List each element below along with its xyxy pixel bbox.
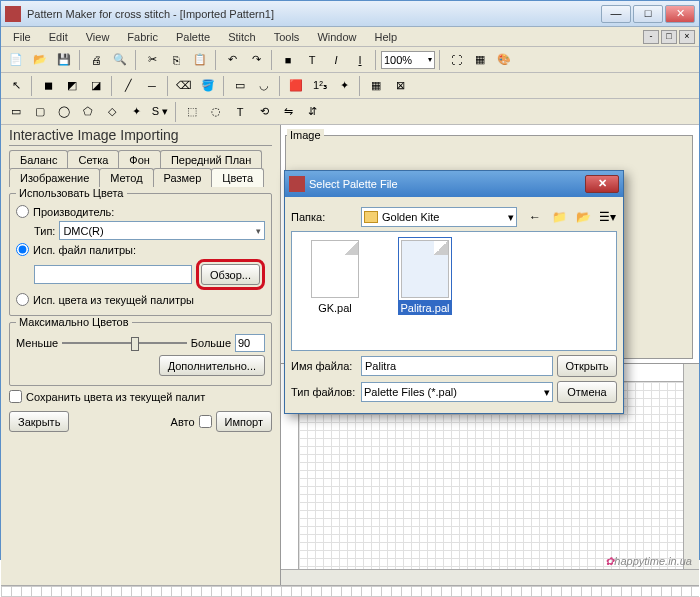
new-folder-icon[interactable]: 📂 xyxy=(573,207,593,227)
max-colors-value[interactable] xyxy=(235,334,265,352)
preview-icon[interactable]: 🔍 xyxy=(109,49,131,71)
radio-manufacturer[interactable]: Производитель: xyxy=(16,205,265,218)
text-icon[interactable]: T xyxy=(229,101,251,123)
pointer-icon[interactable]: ↖ xyxy=(5,75,27,97)
stitch-quarter-icon[interactable]: ◪ xyxy=(85,75,107,97)
folder-combo[interactable]: Golden Kite xyxy=(361,207,517,227)
menu-palette[interactable]: Palette xyxy=(168,29,218,45)
menu-fabric[interactable]: Fabric xyxy=(119,29,166,45)
stitch-half-icon[interactable]: ◩ xyxy=(61,75,83,97)
shape-diamond-icon[interactable]: ◇ xyxy=(101,101,123,123)
type-combo[interactable]: DMC(R) xyxy=(59,221,265,240)
file-item-palitra[interactable]: Palitra.pal xyxy=(390,240,460,342)
sparkle-icon[interactable]: ✦ xyxy=(333,75,355,97)
auto-check[interactable] xyxy=(199,415,212,428)
underline-icon[interactable]: I xyxy=(349,49,371,71)
undo-icon[interactable]: ↶ xyxy=(221,49,243,71)
browse-button[interactable]: Обзор... xyxy=(201,264,260,285)
colors-icon[interactable]: 🟥 xyxy=(285,75,307,97)
tab-foreground[interactable]: Передний План xyxy=(160,150,262,169)
max-colors-slider[interactable] xyxy=(62,334,187,352)
select-rect-icon[interactable]: ▭ xyxy=(229,75,251,97)
mdi-close[interactable]: × xyxy=(679,30,695,44)
stitch-full-icon[interactable]: ◼ xyxy=(37,75,59,97)
tab-image[interactable]: Изображение xyxy=(9,168,100,187)
numbers-icon[interactable]: 1²₃ xyxy=(309,75,331,97)
palette-bar[interactable] xyxy=(1,585,699,597)
tab-colors[interactable]: Цвета xyxy=(211,168,264,187)
eraser-icon[interactable]: ⌫ xyxy=(173,75,195,97)
shape-s-icon[interactable]: S ▾ xyxy=(149,101,171,123)
open-button[interactable]: Открыть xyxy=(557,355,617,377)
backstitch-icon[interactable]: ╱ xyxy=(117,75,139,97)
shape-star-icon[interactable]: ✦ xyxy=(125,101,147,123)
tab-balance[interactable]: Баланс xyxy=(9,150,68,169)
view-menu-icon[interactable]: ☰▾ xyxy=(597,207,617,227)
maximize-button[interactable]: □ xyxy=(633,5,663,23)
italic-icon[interactable]: I xyxy=(325,49,347,71)
rotate-icon[interactable]: ⟲ xyxy=(253,101,275,123)
zoom-combo[interactable]: 100% xyxy=(381,51,435,69)
up-icon[interactable]: 📁 xyxy=(549,207,569,227)
additional-button[interactable]: Дополнительно... xyxy=(159,355,265,376)
type-label: Тип: xyxy=(34,225,55,237)
fill-icon[interactable]: 🪣 xyxy=(197,75,219,97)
square-icon[interactable]: ■ xyxy=(277,49,299,71)
no-grid-icon[interactable]: ⊠ xyxy=(389,75,411,97)
flip-icon[interactable]: ⇵ xyxy=(301,101,323,123)
minimize-button[interactable]: — xyxy=(601,5,631,23)
mdi-minimize[interactable]: - xyxy=(643,30,659,44)
menu-file[interactable]: File xyxy=(5,29,39,45)
shape-ellipse-icon[interactable]: ◯ xyxy=(53,101,75,123)
scrollbar-vertical[interactable] xyxy=(683,364,699,570)
tab-background[interactable]: Фон xyxy=(118,150,161,169)
file-list[interactable]: GK.pal Palitra.pal xyxy=(291,231,617,351)
back-icon[interactable]: ← xyxy=(525,207,545,227)
shape-roundrect-icon[interactable]: ▢ xyxy=(29,101,51,123)
tab-grid[interactable]: Сетка xyxy=(67,150,119,169)
redo-icon[interactable]: ↷ xyxy=(245,49,267,71)
file-item-gk[interactable]: GK.pal xyxy=(300,240,370,342)
menu-help[interactable]: Help xyxy=(367,29,406,45)
menu-view[interactable]: View xyxy=(78,29,118,45)
import-button[interactable]: Импорт xyxy=(216,411,272,432)
fit-icon[interactable]: ⛶ xyxy=(445,49,467,71)
sel-free-icon[interactable]: ◌ xyxy=(205,101,227,123)
paste-icon[interactable]: 📋 xyxy=(189,49,211,71)
menu-window[interactable]: Window xyxy=(309,29,364,45)
shape-rect-icon[interactable]: ▭ xyxy=(5,101,27,123)
save-icon[interactable]: 💾 xyxy=(53,49,75,71)
filename-input[interactable] xyxy=(361,356,553,376)
cancel-button[interactable]: Отмена xyxy=(557,381,617,403)
tab-method[interactable]: Метод xyxy=(99,168,153,187)
radio-current-palette[interactable]: Исп. цвета из текущей палитры xyxy=(16,293,265,306)
menu-tools[interactable]: Tools xyxy=(266,29,308,45)
line-icon[interactable]: ─ xyxy=(141,75,163,97)
dialog-close-button[interactable]: ✕ xyxy=(585,175,619,193)
mdi-restore[interactable]: □ xyxy=(661,30,677,44)
filetype-combo[interactable]: Palette Files (*.pal) xyxy=(361,382,553,402)
palette-file-input[interactable] xyxy=(34,265,192,284)
copy-icon[interactable]: ⎘ xyxy=(165,49,187,71)
radio-palette-file[interactable]: Исп. файл палитры: xyxy=(16,243,265,256)
shape-poly-icon[interactable]: ⬠ xyxy=(77,101,99,123)
color-icon[interactable]: 🎨 xyxy=(493,49,515,71)
close-button[interactable]: ✕ xyxy=(665,5,695,23)
grid-icon[interactable]: ▦ xyxy=(365,75,387,97)
select-palette-dialog: Select Palette File ✕ Папка: Golden Kite… xyxy=(284,170,624,414)
print-icon[interactable]: 🖨 xyxy=(85,49,107,71)
select-lasso-icon[interactable]: ◡ xyxy=(253,75,275,97)
open-icon[interactable]: 📂 xyxy=(29,49,51,71)
menu-edit[interactable]: Edit xyxy=(41,29,76,45)
bold-icon[interactable]: T xyxy=(301,49,323,71)
tab-size[interactable]: Размер xyxy=(153,168,213,187)
sel-rect-icon[interactable]: ⬚ xyxy=(181,101,203,123)
scrollbar-horizontal[interactable] xyxy=(281,569,699,585)
menu-stitch[interactable]: Stitch xyxy=(220,29,264,45)
save-colors-check[interactable]: Сохранить цвета из текущей палит xyxy=(9,390,272,403)
new-icon[interactable]: 📄 xyxy=(5,49,27,71)
grid-toggle-icon[interactable]: ▦ xyxy=(469,49,491,71)
close-panel-button[interactable]: Закрыть xyxy=(9,411,69,432)
mirror-icon[interactable]: ⇋ xyxy=(277,101,299,123)
cut-icon[interactable]: ✂ xyxy=(141,49,163,71)
